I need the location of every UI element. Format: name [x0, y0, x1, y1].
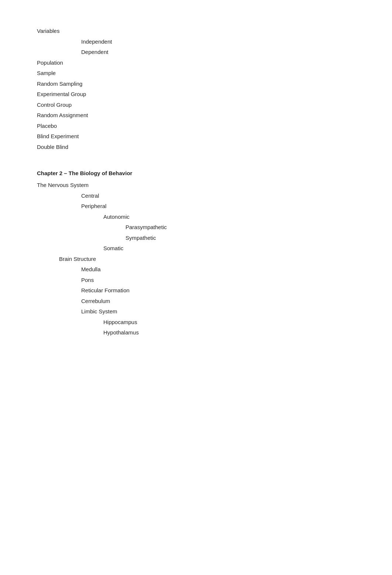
- list-item: The Nervous System: [37, 180, 392, 191]
- list-item: Reticular Formation: [37, 285, 392, 296]
- list-item: Population: [37, 58, 392, 68]
- list-item: Somatic: [37, 243, 392, 254]
- list-item: Sample: [37, 68, 392, 79]
- list-item: Independent: [37, 37, 392, 47]
- list-item: Hippocampus: [37, 317, 392, 328]
- list-item: Dependent: [37, 47, 392, 58]
- list-item: Pons: [37, 275, 392, 286]
- list-item: Parasympathetic: [37, 222, 392, 233]
- list-item: Double Blind: [37, 142, 392, 153]
- list-item: Peripheral: [37, 201, 392, 212]
- list-item: Blind Experiment: [37, 131, 392, 142]
- list-item: Limbic System: [37, 306, 392, 317]
- list-item: Experimental Group: [37, 89, 392, 100]
- page-content: Variables Independent Dependent Populati…: [0, 15, 392, 338]
- list-item: Random Assignment: [37, 110, 392, 121]
- list-item: Hypothalamus: [37, 327, 392, 338]
- chapter2-heading: Chapter 2 – The Biology of Behavior: [37, 170, 392, 176]
- list-item: Autonomic: [37, 212, 392, 222]
- list-item: Medulla: [37, 264, 392, 275]
- list-item: Variables: [37, 26, 392, 37]
- chapter2-section: Chapter 2 – The Biology of Behavior The …: [37, 170, 392, 338]
- chapter1-section: Variables Independent Dependent Populati…: [37, 26, 392, 152]
- list-item: Control Group: [37, 100, 392, 110]
- list-item: Sympathetic: [37, 233, 392, 244]
- list-item: Random Sampling: [37, 79, 392, 89]
- list-item: Placebo: [37, 121, 392, 132]
- list-item: Cerrebulum: [37, 296, 392, 307]
- list-item: Brain Structure: [37, 254, 392, 265]
- list-item: Central: [37, 191, 392, 201]
